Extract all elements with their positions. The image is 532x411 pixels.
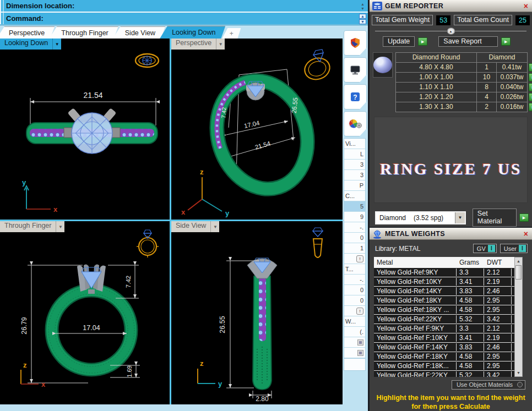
prop-cell[interactable]: 0 bbox=[344, 285, 365, 295]
prop-checkbox-icon[interactable] bbox=[344, 348, 365, 358]
dim-ring-outer-width: 21.54 bbox=[83, 91, 102, 100]
prop-checkbox-icon[interactable] bbox=[344, 337, 365, 348]
gem-row[interactable]: 1.20 X 1.20 4 0.026tw ▶ bbox=[395, 92, 532, 102]
save-report-go-button[interactable]: ▶ bbox=[501, 37, 511, 46]
color-wheel-icon[interactable] bbox=[344, 111, 367, 136]
command-prompt-row[interactable]: Command: ▲▼ bbox=[0, 13, 368, 25]
tab-looking-down[interactable]: Looking Down bbox=[160, 26, 225, 39]
metal-row[interactable]: Yellow Gold-Ref F:18K...4.582.95 bbox=[374, 361, 514, 371]
viewport-label-side-view[interactable]: Side View ▼ bbox=[171, 221, 219, 232]
viewport-perspective[interactable]: Perspective ▼ bbox=[171, 39, 343, 220]
metal-row[interactable]: Yellow Gold-Ref F:9KY3.32.12 bbox=[374, 324, 514, 333]
metal-weights-titlebar[interactable]: METAL WEIGHTS × bbox=[370, 228, 532, 240]
history-scrollbar[interactable]: ▲▼ bbox=[359, 1, 367, 12]
save-report-button[interactable]: Save Report bbox=[438, 36, 498, 47]
viewport-through-finger[interactable]: Through Finger ▼ bbox=[0, 221, 170, 404]
metal-table-scrollbar[interactable]: ▲▼ bbox=[514, 257, 523, 377]
properties-mini-panel: Vi... L 3 3 P C... 5 9 -. 0 1 ! T... -. … bbox=[344, 138, 366, 359]
scale-gem-icon bbox=[372, 229, 383, 239]
prop-cell[interactable]: C... bbox=[344, 191, 365, 201]
prop-cell[interactable]: 0 bbox=[344, 233, 365, 243]
gem-reporter-titlebar[interactable]: GEM REPORTER × bbox=[370, 0, 532, 12]
viewport-side-view[interactable]: Side View ▼ bbox=[171, 221, 343, 404]
gem-row-go-button[interactable]: ▶ bbox=[529, 63, 532, 72]
ring-perspective-icon bbox=[302, 50, 332, 83]
metal-row[interactable]: Yellow Gold-Ref F:18KY4.582.95 bbox=[374, 352, 514, 361]
shield-icon[interactable] bbox=[344, 30, 367, 56]
prop-cell[interactable]: P bbox=[344, 180, 365, 191]
user-toggle-button[interactable]: UserI bbox=[500, 244, 528, 253]
set-material-button[interactable]: Set Material bbox=[473, 209, 517, 227]
total-gem-count-value: 25 bbox=[515, 15, 530, 25]
viewport-label-through-finger[interactable]: Through Finger ▼ bbox=[0, 221, 64, 232]
metal-row[interactable]: Yellow Gold-Ref F:22KY5.323.42 bbox=[374, 371, 514, 377]
tab-through-finger[interactable]: Through Finger bbox=[49, 26, 118, 39]
tab-side-view[interactable]: Side View bbox=[113, 26, 165, 39]
chevron-down-icon[interactable]: ▼ bbox=[56, 221, 64, 232]
monitor-icon[interactable] bbox=[344, 57, 367, 83]
metal-row[interactable]: Yellow Gold-Ref:22KY5.323.42 bbox=[374, 315, 514, 324]
axis-indicator: z x y bbox=[181, 168, 230, 217]
prop-cell[interactable]: (. bbox=[344, 327, 365, 337]
viewport-label-perspective[interactable]: Perspective ▼ bbox=[171, 39, 225, 50]
chevron-down-icon[interactable]: ▼ bbox=[216, 39, 225, 50]
prop-cell[interactable]: 3 bbox=[344, 160, 365, 170]
prop-cell[interactable]: W... bbox=[344, 316, 365, 327]
set-material-go-button[interactable]: ▶ bbox=[519, 213, 529, 222]
scrollbar-thumb[interactable] bbox=[515, 265, 522, 280]
prop-detail-button[interactable]: ! bbox=[344, 306, 365, 316]
gem-row-go-button[interactable]: ▶ bbox=[529, 73, 532, 81]
gem-row-go-button[interactable]: ▶ bbox=[529, 93, 532, 101]
close-icon[interactable]: × bbox=[522, 229, 530, 238]
prompt-scroll-buttons[interactable]: ▲▼ bbox=[359, 13, 367, 24]
metal-row[interactable]: Yellow Gold-Ref:18KY4.582.95 bbox=[374, 296, 514, 305]
prop-cell[interactable]: Vi... bbox=[344, 139, 365, 149]
gem-row[interactable]: 1.10 X 1.10 8 0.040tw ▶ bbox=[395, 83, 532, 92]
gv-toggle-button[interactable]: GVI bbox=[473, 244, 497, 253]
gem-row-go-button[interactable]: ▶ bbox=[529, 103, 532, 111]
cad-workspace: Dimension location: ▲▼ Command: ▲▼ Persp… bbox=[0, 0, 368, 411]
material-dropdown[interactable]: Diamond (3.52 spg) ▼ bbox=[375, 211, 466, 224]
command-history-row[interactable]: Dimension location: ▲▼ bbox=[0, 0, 368, 13]
prop-cell[interactable]: 1 bbox=[344, 243, 365, 254]
help-icon[interactable]: ? bbox=[344, 84, 367, 109]
metal-row[interactable]: Yellow Gold-Ref:10KY3.412.19 bbox=[374, 277, 514, 287]
command-area: Dimension location: ▲▼ Command: ▲▼ bbox=[0, 0, 368, 25]
metal-row[interactable]: Yellow Gold-Ref F:14KY3.832.46 bbox=[374, 343, 514, 352]
prop-cell-selected[interactable]: 5 bbox=[344, 201, 365, 212]
prop-cell[interactable]: L bbox=[344, 149, 365, 160]
update-button[interactable]: Update bbox=[383, 36, 415, 47]
dropdown-arrow-icon[interactable]: ▼ bbox=[455, 212, 465, 223]
viewport-looking-down[interactable]: Looking Down ▼ 21.54 bbox=[0, 39, 170, 220]
prop-cell[interactable]: 3 bbox=[344, 170, 365, 180]
add-viewport-tab[interactable]: + bbox=[222, 28, 241, 39]
total-gem-weight-value: 53 bbox=[436, 15, 450, 25]
collapse-button[interactable]: ▲ bbox=[447, 28, 455, 35]
metal-row[interactable]: Yellow Gold-Ref:18KY ...4.582.95 bbox=[374, 305, 514, 315]
gem-row[interactable]: 1.00 X 1.00 10 0.037tw ▶ bbox=[395, 73, 532, 83]
metal-row[interactable]: Yellow Gold-Ref:14KY3.832.46 bbox=[374, 287, 514, 296]
axis-indicator: y x bbox=[22, 178, 58, 213]
center-stone-side bbox=[247, 258, 277, 278]
prop-cell[interactable]: 0 bbox=[344, 295, 365, 306]
prop-cell[interactable]: T... bbox=[344, 264, 365, 275]
panel-grip[interactable] bbox=[0, 0, 4, 12]
gem-row[interactable]: 4.80 X 4.80 1 0.41tw ▶ bbox=[395, 63, 532, 73]
metal-row[interactable]: Yellow Gold-Ref F:10KY3.412.19 bbox=[374, 333, 514, 343]
close-icon[interactable]: × bbox=[522, 2, 530, 10]
tab-perspective[interactable]: Perspective bbox=[0, 26, 55, 39]
panel-grip[interactable] bbox=[0, 13, 4, 24]
update-go-button[interactable]: ▶ bbox=[418, 37, 427, 46]
prop-detail-button[interactable]: ! bbox=[344, 254, 365, 264]
prop-cell[interactable]: 9 bbox=[344, 212, 365, 222]
gem-row[interactable]: 1.30 X 1.30 2 0.016tw ▶ bbox=[395, 102, 532, 112]
prop-cell[interactable]: -. bbox=[344, 275, 365, 285]
use-object-materials-button[interactable]: Use Object Materials bbox=[452, 380, 525, 390]
chevron-down-icon[interactable]: ▼ bbox=[210, 221, 219, 232]
chevron-down-icon[interactable]: ▼ bbox=[52, 39, 61, 50]
prop-cell[interactable]: -. bbox=[344, 222, 365, 233]
radio-indicator-icon bbox=[517, 382, 523, 387]
gem-row-go-button[interactable]: ▶ bbox=[529, 83, 532, 91]
viewport-label-looking-down[interactable]: Looking Down ▼ bbox=[0, 39, 61, 50]
metal-row[interactable]: Yellow Gold-Ref:9KY3.32.12 bbox=[374, 268, 514, 277]
